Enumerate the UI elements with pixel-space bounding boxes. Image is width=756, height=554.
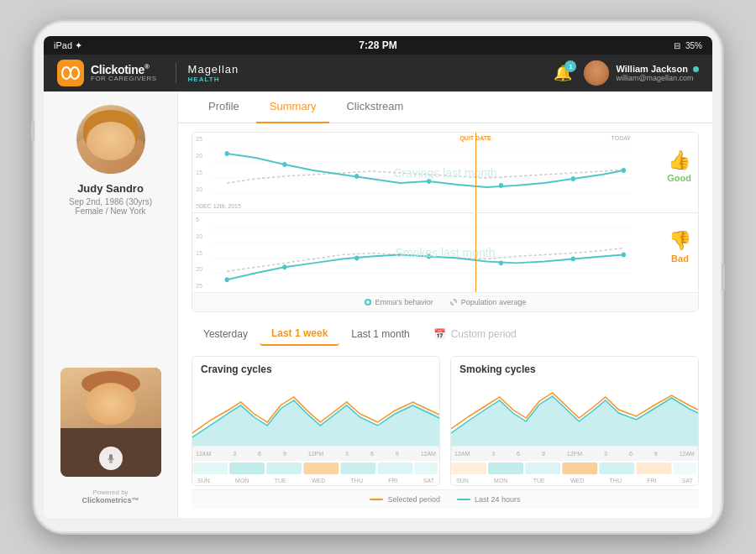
thumbs-down-icon: 👎 bbox=[669, 230, 691, 252]
svg-rect-33 bbox=[415, 463, 438, 474]
svg-point-23 bbox=[499, 260, 503, 265]
main-content: Judy Sandro Sep 2nd, 1986 (30yrs) Female… bbox=[44, 91, 712, 518]
patient-avatar bbox=[76, 105, 145, 174]
svg-rect-37 bbox=[525, 463, 560, 474]
btn-yesterday[interactable]: Yesterday bbox=[192, 323, 260, 345]
legend-selected: Selected period bbox=[370, 495, 440, 504]
svg-marker-34 bbox=[451, 395, 698, 446]
craving-heatmap-svg bbox=[192, 461, 439, 476]
svg-point-19 bbox=[225, 277, 229, 282]
svg-point-13 bbox=[571, 176, 575, 181]
notification-bell[interactable]: 🔔 1 bbox=[554, 64, 572, 82]
tab-clickstream[interactable]: Clickstream bbox=[333, 91, 417, 123]
smokes-svg bbox=[192, 213, 631, 292]
emma-dot bbox=[365, 299, 371, 306]
photo-mic-icon[interactable] bbox=[99, 447, 123, 470]
craving-day-labels: SUNMONTUEWEDTHUFRISAT bbox=[192, 476, 439, 485]
good-label: Good bbox=[667, 173, 691, 183]
craving-cycles-svg bbox=[192, 379, 439, 446]
svg-point-25 bbox=[622, 253, 626, 258]
smoking-heatmap bbox=[451, 461, 698, 476]
volume-button[interactable] bbox=[31, 122, 34, 140]
svg-rect-28 bbox=[229, 463, 265, 474]
powered-by-label: Powered by bbox=[92, 489, 128, 496]
svg-point-12 bbox=[499, 183, 503, 188]
smokes-chart: 510152025 Smokes last month bbox=[192, 212, 698, 292]
quit-date-label: QUIT DATE bbox=[459, 135, 491, 141]
combined-chart: 252015105 Cravings last month bbox=[192, 132, 699, 312]
user-name: William Jackson bbox=[616, 64, 699, 74]
partner-logo: Magellan HEALTH bbox=[176, 63, 239, 83]
partner-sub: HEALTH bbox=[188, 76, 239, 83]
notification-badge: 1 bbox=[564, 60, 576, 72]
quit-line-smokes bbox=[475, 213, 476, 292]
chart-legend: Emma's behavior Population average bbox=[192, 292, 698, 311]
craving-cycles-inner bbox=[192, 379, 439, 446]
btn-last-month[interactable]: Last 1 month bbox=[339, 323, 421, 345]
battery-icon: ⊟ bbox=[674, 41, 680, 50]
logo-area: Clickotine® FOR CAREGIVERS Magellan HEAL… bbox=[57, 60, 239, 86]
tablet-frame: iPad ✦ 7:28 PM ⊟ 35% Clickotine® FOR CA bbox=[34, 21, 722, 533]
svg-rect-35 bbox=[451, 463, 486, 474]
cravings-svg bbox=[192, 133, 631, 212]
craving-timeline: 12AM36912PM36912AM bbox=[192, 446, 439, 461]
smoking-cycles-inner bbox=[451, 379, 698, 446]
bottom-legend: Selected period Last 24 hours bbox=[192, 489, 699, 509]
svg-point-11 bbox=[427, 179, 431, 184]
svg-point-1 bbox=[71, 67, 79, 79]
svg-rect-41 bbox=[674, 463, 696, 474]
patient-dob: Sep 2nd, 1986 (30yrs) bbox=[69, 197, 152, 206]
patient-photo bbox=[60, 368, 161, 477]
user-area: William Jackson william@magellan.com bbox=[584, 60, 699, 86]
smoking-day-labels: SUNMONTUEWEDTHUFRISAT bbox=[451, 476, 698, 485]
status-bar: iPad ✦ 7:28 PM ⊟ 35% bbox=[44, 36, 712, 55]
smoking-time-labels: 12AM36912PM36912AM bbox=[454, 451, 695, 457]
smoking-heatmap-svg bbox=[451, 461, 698, 476]
svg-point-20 bbox=[282, 264, 286, 269]
svg-rect-30 bbox=[303, 463, 339, 474]
btn-custom[interactable]: 📅 Custom period bbox=[422, 323, 528, 345]
power-button[interactable] bbox=[722, 264, 725, 290]
btn-last-week[interactable]: Last 1 week bbox=[260, 322, 339, 346]
last24-line bbox=[457, 499, 470, 500]
bottom-charts-row: Craving cycles bbox=[192, 356, 699, 486]
tabs-bar: Profile Summary Clickstream bbox=[178, 91, 712, 123]
status-time: 7:28 PM bbox=[359, 39, 396, 51]
tab-profile[interactable]: Profile bbox=[195, 91, 253, 123]
craving-cycles-title: Craving cycles bbox=[192, 357, 439, 379]
svg-rect-31 bbox=[340, 463, 375, 474]
population-dot bbox=[450, 299, 457, 306]
svg-point-24 bbox=[571, 256, 575, 261]
status-right: ⊟ 35% bbox=[674, 41, 702, 50]
quit-date-line bbox=[475, 133, 476, 212]
craving-time-labels: 12AM36912PM36912AM bbox=[196, 451, 436, 457]
svg-rect-39 bbox=[599, 463, 634, 474]
ipad-label: iPad ✦ bbox=[54, 40, 82, 51]
selected-period-line bbox=[370, 499, 383, 500]
period-selector: Yesterday Last 1 week Last 1 month 📅 Cus… bbox=[192, 322, 699, 346]
craving-cycles-chart: Craving cycles bbox=[192, 356, 440, 486]
legend-population: Population average bbox=[450, 298, 527, 306]
date-start-label: DEC 12th, 2015 bbox=[199, 203, 241, 209]
svg-rect-27 bbox=[192, 463, 228, 474]
svg-point-14 bbox=[622, 168, 626, 173]
svg-point-8 bbox=[225, 151, 229, 156]
craving-heatmap bbox=[192, 461, 439, 476]
status-left: iPad ✦ bbox=[54, 40, 82, 51]
thumbs-up-icon: 👍 bbox=[668, 149, 690, 171]
smoking-cycles-title: Smoking cycles bbox=[451, 357, 698, 379]
right-panel: Profile Summary Clickstream 252015105 Cr… bbox=[178, 91, 712, 518]
app-name: Clickotine® bbox=[91, 64, 157, 76]
bad-badge: 👎 Bad bbox=[669, 230, 691, 264]
online-indicator bbox=[693, 66, 699, 72]
app-header: Clickotine® FOR CAREGIVERS Magellan HEAL… bbox=[44, 55, 712, 91]
svg-rect-29 bbox=[266, 463, 302, 474]
tab-summary[interactable]: Summary bbox=[256, 91, 330, 123]
smoking-cycles-chart: Smoking cycles 12AM36912PM369 bbox=[450, 356, 699, 486]
svg-rect-32 bbox=[378, 463, 413, 474]
avatar-face bbox=[584, 60, 609, 86]
partner-name: Magellan bbox=[188, 63, 239, 76]
smoking-cycles-svg bbox=[451, 379, 698, 446]
user-avatar bbox=[584, 60, 609, 86]
legend-last24: Last 24 hours bbox=[457, 495, 521, 504]
